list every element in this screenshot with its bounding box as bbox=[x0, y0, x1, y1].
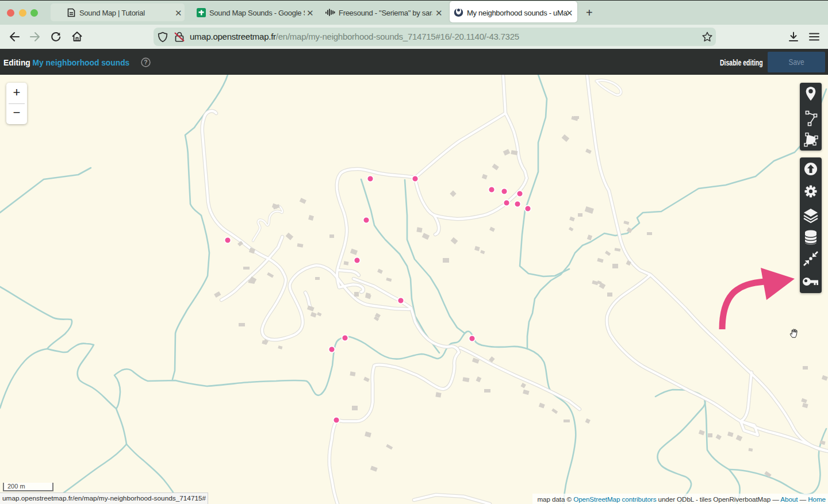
svg-text:?: ? bbox=[144, 59, 147, 66]
